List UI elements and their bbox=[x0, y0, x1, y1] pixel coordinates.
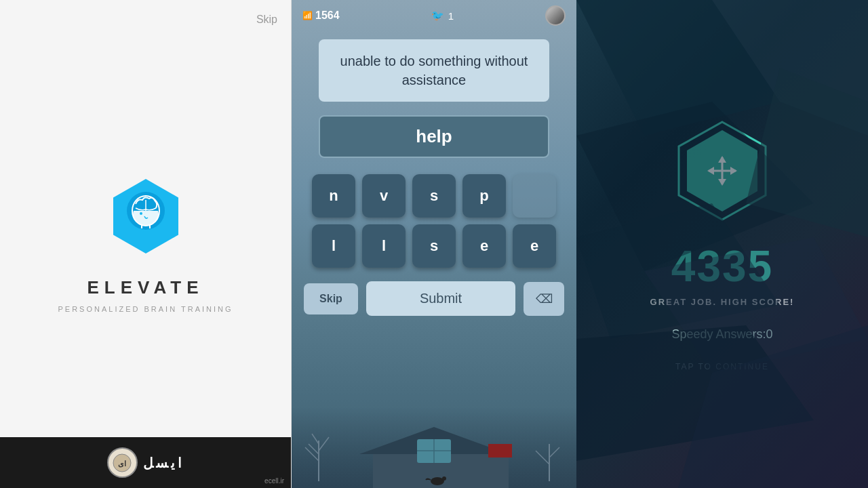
clue-box: unable to do something without assistanc… bbox=[319, 39, 549, 102]
svg-marker-32 bbox=[678, 325, 868, 488]
key-l1[interactable]: l bbox=[312, 224, 355, 268]
key-e1[interactable]: e bbox=[462, 224, 506, 268]
letter-keyboard: n v s p l l s e e bbox=[312, 174, 556, 268]
middle-panel: 📶 1564 🐦 1 unable to do something withou… bbox=[292, 0, 576, 488]
speedy-answers-label: Speedy Answers: bbox=[671, 327, 766, 341]
key-v[interactable]: v bbox=[362, 174, 406, 218]
svg-line-15 bbox=[536, 451, 549, 464]
submit-button[interactable]: Submit bbox=[366, 281, 515, 316]
svg-point-6 bbox=[140, 212, 142, 215]
key-s2[interactable]: s bbox=[412, 224, 456, 268]
score-hexagon bbox=[668, 117, 776, 225]
svg-line-10 bbox=[305, 447, 319, 461]
key-l2[interactable]: l bbox=[362, 224, 406, 268]
ecell-name: ایسل bbox=[143, 455, 184, 471]
action-row: Skip Submit ⌫ bbox=[304, 281, 564, 316]
svg-marker-25 bbox=[576, 0, 780, 136]
signal-icon: 📶 bbox=[302, 11, 313, 20]
key-p[interactable]: p bbox=[462, 174, 506, 218]
svg-point-23 bbox=[431, 477, 444, 485]
speedy-answers: Speedy Answers:0 bbox=[671, 327, 772, 342]
svg-point-24 bbox=[442, 476, 446, 481]
score-hexagon-container bbox=[668, 117, 776, 228]
keyboard-row-1: n v s p bbox=[312, 174, 556, 218]
svg-marker-26 bbox=[712, 0, 868, 136]
status-bar: 📶 1564 🐦 1 bbox=[292, 0, 576, 31]
backspace-button[interactable]: ⌫ bbox=[524, 282, 564, 316]
status-left: 📶 1564 bbox=[302, 9, 340, 22]
answer-display: help bbox=[319, 115, 549, 158]
high-score-label: GREAT JOB. HIGH SCORE! bbox=[650, 297, 795, 307]
svg-rect-22 bbox=[488, 444, 512, 458]
key-e2[interactable]: e bbox=[513, 224, 556, 268]
left-panel: Skip ELEVATE PERSONALIZED BRAIN TRAINING… bbox=[0, 0, 292, 488]
svg-line-12 bbox=[319, 437, 329, 451]
watermark-bar: ای ایسل ecell.ir bbox=[0, 437, 291, 488]
right-panel: 4335 GREAT JOB. HIGH SCORE! Speedy Answe… bbox=[576, 0, 868, 488]
lives-count: 1 bbox=[448, 10, 454, 22]
moon-icon bbox=[545, 5, 566, 26]
svg-text:ای: ای bbox=[118, 460, 126, 468]
svg-line-13 bbox=[312, 434, 319, 444]
speedy-answers-value: 0 bbox=[766, 327, 773, 341]
app-title: ELEVATE bbox=[87, 277, 203, 298]
app-subtitle: PERSONALIZED BRAIN TRAINING bbox=[58, 305, 233, 313]
keyboard-row-2: l l s e e bbox=[312, 224, 556, 268]
ecell-logo: ای bbox=[107, 447, 138, 478]
status-center: 🐦 1 bbox=[431, 9, 454, 22]
key-s1[interactable]: s bbox=[412, 174, 456, 218]
scene-background bbox=[292, 407, 576, 488]
app-logo bbox=[105, 176, 186, 257]
ecell-url: ecell.ir bbox=[264, 477, 284, 485]
tap-continue-button[interactable]: TAP TO CONTINUE bbox=[675, 362, 769, 371]
final-score: 4335 bbox=[671, 241, 773, 291]
skip-button[interactable]: Skip bbox=[256, 14, 277, 26]
key-n[interactable]: n bbox=[312, 174, 355, 218]
game-score: 1564 bbox=[315, 9, 340, 22]
svg-line-16 bbox=[549, 447, 559, 458]
svg-marker-31 bbox=[576, 325, 814, 461]
key-empty bbox=[513, 174, 556, 218]
skip-action-button[interactable]: Skip bbox=[304, 283, 358, 314]
bird-icon: 🐦 bbox=[431, 9, 444, 22]
